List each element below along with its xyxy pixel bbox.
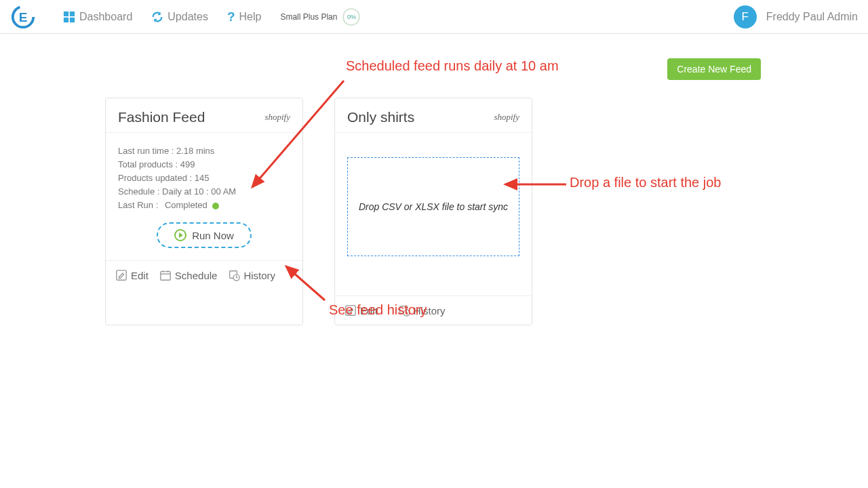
svg-rect-2 bbox=[64, 11, 68, 16]
svg-rect-4 bbox=[64, 17, 68, 22]
avatar[interactable]: F bbox=[734, 5, 757, 28]
nav-updates-label: Updates bbox=[167, 11, 208, 23]
nav-dashboard[interactable]: Dashboard bbox=[63, 11, 132, 23]
nav-help[interactable]: ? Help bbox=[227, 9, 262, 24]
nav-help-label: Help bbox=[239, 11, 261, 23]
history-button[interactable]: History bbox=[228, 269, 275, 281]
schedule-button[interactable]: Schedule bbox=[159, 269, 218, 281]
usage-ring: 0% bbox=[342, 8, 360, 26]
svg-rect-5 bbox=[70, 17, 75, 22]
create-feed-button[interactable]: Create New Feed bbox=[667, 58, 761, 80]
status-dot-icon bbox=[212, 203, 219, 209]
arrow-icon bbox=[245, 77, 347, 192]
edit-button[interactable]: Edit bbox=[115, 269, 149, 281]
play-icon bbox=[174, 229, 186, 241]
feed-title: Fashion Feed bbox=[118, 109, 205, 125]
nav-updates[interactable]: Updates bbox=[151, 11, 208, 23]
nav-dashboard-label: Dashboard bbox=[79, 11, 132, 23]
platform-badge: shopify bbox=[494, 112, 519, 123]
file-dropzone[interactable]: Drop CSV or XLSX file to start sync bbox=[347, 157, 519, 256]
stat-last-run: Last Run : Completed bbox=[118, 200, 290, 210]
grid-icon bbox=[63, 11, 75, 23]
edit-icon bbox=[115, 269, 127, 281]
refresh-icon bbox=[151, 11, 163, 23]
annotation-drop: Drop a file to start the job bbox=[570, 175, 721, 190]
feed-card-shirts: Only shirts shopify Drop CSV or XLSX fil… bbox=[334, 98, 532, 325]
svg-line-18 bbox=[286, 266, 325, 300]
calendar-icon bbox=[159, 269, 172, 281]
question-icon: ? bbox=[227, 9, 235, 24]
arrow-icon bbox=[281, 263, 328, 304]
app-logo: E bbox=[10, 4, 36, 30]
arrow-icon bbox=[502, 178, 570, 191]
user-name[interactable]: Freddy Paul Admin bbox=[766, 11, 858, 23]
svg-rect-3 bbox=[70, 11, 75, 16]
run-now-button[interactable]: Run Now bbox=[157, 222, 252, 248]
history-icon bbox=[228, 269, 240, 281]
annotation-schedule: Scheduled feed runs daily at 10 am bbox=[346, 58, 559, 74]
feed-title: Only shirts bbox=[347, 109, 414, 125]
svg-text:E: E bbox=[19, 9, 28, 24]
plan-label: Small Plus Plan bbox=[280, 12, 337, 22]
svg-line-16 bbox=[252, 81, 344, 187]
annotation-history: See feed history bbox=[329, 302, 427, 318]
svg-rect-7 bbox=[161, 272, 170, 281]
